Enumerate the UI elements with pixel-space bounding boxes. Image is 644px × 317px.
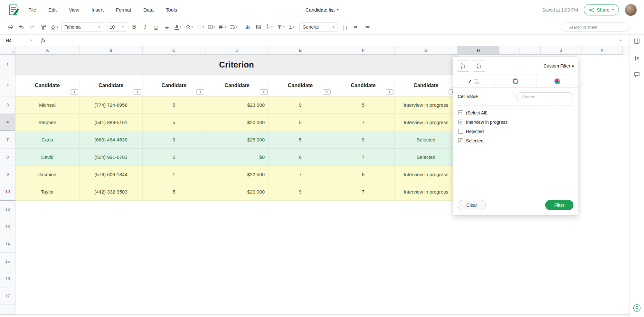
filter-option-interview-in-progress[interactable]: Interview in progress [458,117,573,127]
name-box[interactable]: H4 [0,35,36,46]
font-size-select[interactable]: 10 [107,22,127,32]
header-cell[interactable]: Candidate [395,75,458,96]
tab-filter-by-font-color[interactable]: A [536,75,578,87]
strikethrough-button[interactable]: S [162,22,172,32]
row-header-2[interactable]: 2 [0,75,15,96]
redo-button[interactable] [27,22,37,32]
select-all-corner[interactable] [0,46,15,55]
checkbox[interactable] [458,129,463,134]
panel-toggle-icon[interactable] [633,37,641,45]
cell[interactable]: 5 [269,114,332,131]
font-select[interactable]: Tahoma [62,22,103,32]
borders-button[interactable] [195,22,205,32]
wrap-text-button[interactable] [228,22,239,32]
underline-button[interactable]: U [151,22,161,32]
cell[interactable]: Selected [395,149,458,166]
cell[interactable]: $22,500 [205,166,269,183]
cell[interactable]: $20,000 [205,183,269,201]
checkbox[interactable] [458,110,463,115]
cell[interactable]: (774) 724-6958 [80,96,143,114]
filter-search[interactable] [516,92,573,101]
sort-ascending-button[interactable]: A Z [457,60,469,72]
cell[interactable]: 6 [332,166,395,183]
column-header-i[interactable]: I [499,46,541,55]
filter-button-toolbar[interactable] [275,22,286,32]
cell[interactable]: Interview in progress [395,96,458,114]
undo-button[interactable] [16,22,26,32]
avatar[interactable] [625,4,637,16]
cell[interactable]: $23,000 [205,96,269,114]
column-header-f[interactable]: F [332,46,395,55]
align-button[interactable] [217,22,228,32]
tab-filter-by-cell-color[interactable] [495,75,537,87]
checkbox[interactable] [458,120,463,124]
cell[interactable]: 6 [269,149,332,166]
column-filter-button[interactable] [386,89,393,95]
cell[interactable]: 0 [143,149,205,166]
cell[interactable]: $0 [205,149,269,166]
column-header-g[interactable]: G [395,46,458,55]
header-cell[interactable]: Candidate [269,75,332,96]
merged-title-cell[interactable]: Criterion [15,55,458,75]
horizontal-scrollbar[interactable] [0,314,630,317]
sheet-search[interactable] [562,23,629,32]
column-header-b[interactable]: B [80,46,143,55]
cell[interactable]: (524) 991-6783 [80,149,143,166]
cell-value-dropdown[interactable]: Cell Value [458,94,478,100]
row-header-9[interactable]: 9 [0,166,15,183]
menu-data[interactable]: Data [143,7,154,13]
formula-input[interactable] [51,35,620,46]
cell[interactable]: 7 [332,183,395,201]
filter-option-select-all[interactable]: (Select All) [458,108,573,117]
cell[interactable]: 1 [143,166,205,183]
cell[interactable]: $20,000 [205,114,269,131]
cell[interactable]: 9 [269,96,332,114]
comments-panel-icon[interactable] [633,71,641,78]
cell[interactable]: 7 [269,166,332,183]
cell[interactable]: (660) 484-4639 [80,131,143,149]
cell[interactable]: 5 [143,183,205,201]
header-cell[interactable]: Candidate [332,75,395,96]
cell[interactable]: Taylor [15,183,80,201]
cell[interactable]: 9 [332,131,395,149]
apply-filter-button[interactable]: Filter [545,200,573,210]
column-header-j[interactable]: J [541,46,582,55]
row-header-3[interactable]: 3 [0,96,15,114]
sort-descending-button[interactable]: Z A [473,60,485,72]
column-header-k[interactable]: K [582,46,623,55]
menu-edit[interactable]: Edit [48,7,57,13]
document-title[interactable]: Candidate list [306,7,339,13]
thousands-separator-button[interactable]: (,) [340,22,350,32]
italic-button[interactable]: I [140,22,150,32]
column-header-e[interactable]: E [269,46,332,55]
tab-filter-by-value[interactable]: ✓ ABC 123 [453,75,495,87]
fill-color-button[interactable] [184,22,194,32]
bold-button[interactable]: B [129,22,139,32]
column-header-a[interactable]: A [15,46,80,55]
cell[interactable]: 5 [269,131,332,149]
cell[interactable]: 7 [332,149,395,166]
custom-filter-link[interactable]: Custom Filter » [544,63,574,68]
column-filter-button[interactable] [196,89,204,95]
row-header-1[interactable]: 1 [0,55,15,75]
filter-option-selected[interactable]: Selected [458,136,573,145]
column-filter-button[interactable] [71,89,78,95]
cell[interactable]: Interview in progress [395,114,458,131]
column-header-h[interactable]: H [458,46,499,55]
row-header-16[interactable]: 16 [0,270,15,287]
cell[interactable]: Stephen [15,114,80,131]
cell[interactable]: David [15,149,80,166]
insert-chart-button[interactable] [242,22,253,32]
menu-format[interactable]: Format [116,7,131,13]
menu-insert[interactable]: Insert [91,7,104,13]
formula-bar-collapse-icon[interactable] [620,39,621,42]
clear-button[interactable]: Clear [458,200,486,210]
row-header-7[interactable]: 7 [0,131,15,149]
checkbox[interactable] [458,138,463,143]
app-logo[interactable] [7,4,20,16]
column-header-d[interactable]: D [205,46,269,55]
cell[interactable]: 9 [143,131,205,149]
font-color-button[interactable]: A [173,22,183,32]
column-header-c[interactable]: C [143,46,205,55]
cell[interactable]: (578) 606-1844 [80,166,143,183]
